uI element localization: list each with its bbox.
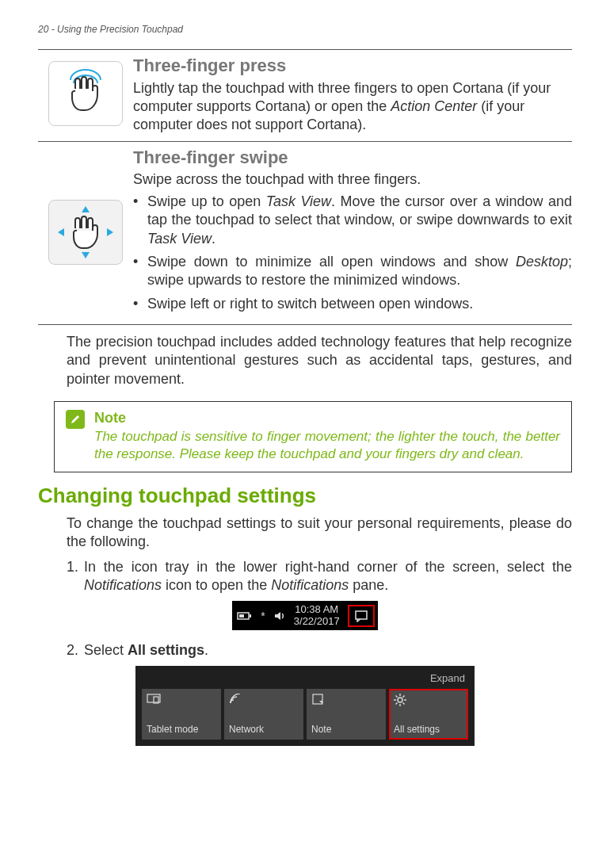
expand-link[interactable]: Expand	[142, 672, 465, 684]
body-paragraph: The precision touchpad includes added te…	[67, 333, 572, 388]
svg-marker-3	[107, 228, 113, 236]
systray-time: 10:38 AM3/22/2017	[294, 604, 340, 627]
systray: * 10:38 AM3/22/2017	[232, 601, 377, 630]
svg-marker-1	[82, 252, 90, 258]
notifications-icon[interactable]	[348, 605, 375, 627]
tablet-mode-icon	[147, 694, 161, 707]
section-heading: Changing touchpad settings	[38, 484, 572, 508]
section-intro: To change the touchpad settings to suit …	[67, 514, 572, 552]
speaker-icon	[273, 610, 286, 621]
tile-label: Network	[229, 724, 264, 735]
gesture-swipe-intro: Swipe across the touchpad with three fin…	[133, 170, 572, 189]
gesture-swipe-text: Three-finger swipe Swipe across the touc…	[133, 147, 572, 318]
svg-rect-6	[239, 614, 244, 618]
tile-label: Tablet mode	[147, 724, 198, 735]
step-2-number: 2.	[67, 641, 84, 660]
tile-network[interactable]: Network	[224, 689, 303, 740]
step-2: 2. Select All settings.	[67, 641, 572, 660]
star-icon: *	[261, 610, 265, 622]
step-1: 1. In the icon tray in the lower right-h…	[67, 558, 572, 595]
gear-icon	[394, 694, 406, 709]
tile-label: All settings	[394, 724, 440, 735]
list-item: •Swipe down to minimize all open windows…	[133, 253, 572, 290]
gesture-press-text: Three-finger press Lightly tap the touch…	[133, 55, 572, 135]
svg-marker-2	[58, 228, 64, 236]
step-1-number: 1.	[67, 558, 84, 595]
tile-note[interactable]: Note	[307, 689, 386, 740]
list-item: •Swipe up to open Task View. Move the cu…	[133, 193, 572, 248]
note-box: Note The touchpad is sensitive to finger…	[54, 401, 572, 472]
svg-line-18	[396, 703, 398, 705]
gesture-press-icon-wrap	[38, 55, 133, 126]
svg-line-19	[403, 696, 405, 698]
svg-line-16	[396, 696, 398, 698]
svg-rect-5	[250, 614, 251, 618]
tile-all-settings[interactable]: All settings	[389, 689, 468, 740]
note-body: The touchpad is sensitive to finger move…	[94, 428, 560, 462]
network-icon	[229, 694, 243, 707]
gesture-swipe-title: Three-finger swipe	[133, 147, 572, 170]
figure-systray: * 10:38 AM3/22/2017	[38, 601, 572, 630]
svg-line-17	[403, 703, 405, 705]
tile-tablet-mode[interactable]: Tablet mode	[142, 689, 221, 740]
note-title: Note	[94, 410, 560, 426]
gesture-press-title: Three-finger press	[133, 55, 572, 78]
gesture-swipe-row: Three-finger swipe Swipe across the touc…	[38, 142, 572, 324]
note-icon	[311, 694, 324, 707]
separator	[38, 324, 572, 325]
svg-rect-7	[356, 611, 367, 619]
gesture-swipe-icon-wrap	[38, 200, 133, 265]
gesture-press-row: Three-finger press Lightly tap the touch…	[38, 50, 572, 141]
figure-action-center: Expand Tablet mode Network Note	[38, 666, 572, 746]
page-header: 20 - Using the Precision Touchpad	[38, 24, 572, 35]
gesture-swipe-bullets: •Swipe up to open Task View. Move the cu…	[133, 193, 572, 313]
svg-point-11	[398, 698, 402, 702]
svg-marker-0	[82, 206, 90, 212]
three-finger-swipe-icon	[48, 200, 123, 265]
gesture-press-body: Lightly tap the touchpad with three fing…	[133, 79, 572, 135]
note-pencil-icon	[66, 410, 85, 429]
list-item: •Swipe left or right to switch between o…	[133, 295, 572, 313]
action-center: Expand Tablet mode Network Note	[135, 666, 475, 746]
tile-label: Note	[311, 724, 331, 735]
three-finger-press-icon	[48, 61, 123, 126]
battery-icon	[237, 610, 253, 621]
